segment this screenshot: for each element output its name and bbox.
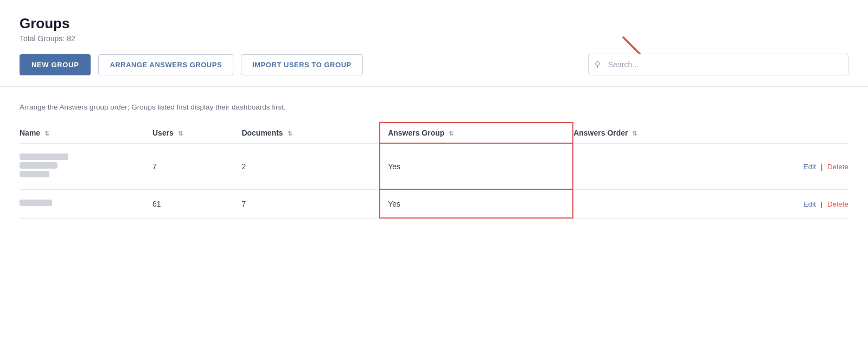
- page-title: Groups: [20, 15, 848, 32]
- col-users-label: Users: [152, 129, 174, 137]
- edit-link[interactable]: Edit: [803, 163, 816, 171]
- content-section: Arrange the Answers group order; Groups …: [0, 87, 868, 229]
- sort-icon-documents[interactable]: ⇅: [288, 130, 292, 137]
- blurred-name-line: [20, 162, 58, 169]
- cell-documents: 7: [241, 189, 380, 218]
- col-header-name: Name ⇅: [20, 123, 152, 143]
- col-header-answers-order: Answers Order ⇅: [573, 123, 742, 143]
- delete-link[interactable]: Delete: [827, 163, 848, 171]
- cell-answers-order: [573, 189, 742, 218]
- page-subtitle: Total Groups: 82: [20, 34, 848, 43]
- page-container: Groups Total Groups: 82 NEW GROUP ARRANG…: [0, 0, 868, 359]
- col-header-users: Users ⇅: [152, 123, 241, 143]
- cell-documents: 2: [241, 143, 380, 189]
- col-header-documents: Documents ⇅: [241, 123, 380, 143]
- header-section: Groups Total Groups: 82 NEW GROUP ARRANG…: [0, 0, 868, 87]
- cell-actions: Edit | Delete: [742, 143, 848, 189]
- col-answers-order-label: Answers Order: [573, 129, 628, 137]
- blurred-name-line: [20, 153, 68, 160]
- cell-answers-group: Yes: [380, 189, 573, 218]
- col-header-answers-group: Answers Group ⇅: [380, 123, 573, 143]
- search-wrapper: ⚲: [588, 54, 848, 75]
- sort-icon-name[interactable]: ⇅: [44, 130, 49, 137]
- sort-icon-answers-group[interactable]: ⇅: [449, 130, 454, 137]
- search-input[interactable]: [588, 54, 848, 75]
- sort-icon-answers-order[interactable]: ⇅: [632, 130, 637, 137]
- table-row: 72YesEdit | Delete: [20, 143, 848, 189]
- arrange-hint: Arrange the Answers group order; Groups …: [20, 103, 848, 111]
- edit-link[interactable]: Edit: [803, 200, 816, 208]
- arrange-answers-groups-button[interactable]: ARRANGE ANSWERS GROUPS: [98, 54, 233, 75]
- table-header-row: Name ⇅ Users ⇅ Documents ⇅ Answers Group…: [20, 123, 848, 143]
- blurred-name-line: [20, 171, 49, 177]
- data-table: Name ⇅ Users ⇅ Documents ⇅ Answers Group…: [20, 122, 848, 219]
- action-separator: |: [819, 200, 825, 208]
- delete-link[interactable]: Delete: [827, 200, 848, 208]
- cell-actions: Edit | Delete: [742, 189, 848, 218]
- cell-answers-order: [573, 143, 742, 189]
- cell-users: 7: [152, 143, 241, 189]
- cell-answers-group: Yes: [380, 143, 573, 189]
- table-row: 617YesEdit | Delete: [20, 189, 848, 218]
- col-name-label: Name: [20, 129, 40, 137]
- sort-icon-users[interactable]: ⇅: [178, 130, 183, 137]
- import-users-to-group-button[interactable]: IMPORT USERS TO GROUP: [241, 54, 363, 75]
- col-header-actions: [742, 123, 848, 143]
- col-answers-group-label: Answers Group: [388, 129, 444, 137]
- cell-name: [20, 189, 152, 218]
- cell-users: 61: [152, 189, 241, 218]
- new-group-button[interactable]: NEW GROUP: [20, 54, 91, 75]
- toolbar: NEW GROUP ARRANGE ANSWERS GROUPS IMPORT …: [20, 54, 848, 75]
- action-separator: |: [819, 163, 825, 171]
- col-documents-label: Documents: [241, 129, 283, 137]
- cell-name: [20, 143, 152, 189]
- blurred-name-line: [20, 200, 52, 206]
